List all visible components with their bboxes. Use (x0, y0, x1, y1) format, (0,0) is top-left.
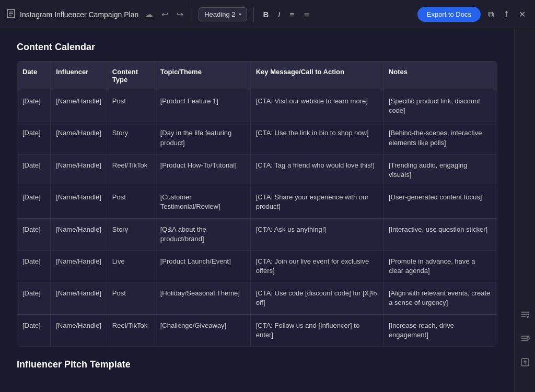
sidebar-icon-1[interactable] (518, 307, 532, 323)
right-sidebar (514, 29, 535, 392)
toolbar-separator-2 (253, 7, 254, 22)
cell-notes: [Trending audio, engaging visuals] (383, 154, 497, 186)
sidebar-icon-3[interactable] (518, 355, 532, 371)
cell-date: [Date] (17, 186, 51, 218)
cell-date: [Date] (17, 154, 51, 186)
table-row: [Date][Name/Handle]Story[Q&A about the p… (17, 218, 497, 250)
cell-date: [Date] (17, 250, 51, 282)
italic-button[interactable]: I (275, 8, 283, 21)
toolbar-left: Instagram Influencer Campaign Plan ☁ ↩ ↪… (6, 7, 413, 22)
cell-influencer: [Name/Handle] (51, 282, 107, 314)
table-row: [Date][Name/Handle]Post[Customer Testimo… (17, 186, 497, 218)
cell-message: [CTA: Follow us and [Influencer] to ente… (250, 314, 383, 346)
col-header-message: Key Message/Call to Action (250, 62, 383, 90)
bold-button[interactable]: B (260, 8, 272, 21)
cell-message: [CTA: Join our live event for exclusive … (250, 250, 383, 282)
editor-area[interactable]: Content Calendar Date Influencer Content… (0, 29, 514, 392)
bottom-section-title: Influencer Pitch Template (17, 359, 497, 370)
cell-topic: [Holiday/Seasonal Theme] (155, 282, 250, 314)
chevron-down-icon: ▾ (239, 11, 241, 17)
cell-notes: [User-generated content focus] (383, 186, 497, 218)
cell-date: [Date] (17, 314, 51, 346)
col-header-influencer: Influencer (51, 62, 107, 90)
cell-influencer: [Name/Handle] (51, 250, 107, 282)
copy-button[interactable]: ⧉ (485, 8, 497, 21)
col-header-date: Date (17, 62, 51, 90)
toolbar-separator (192, 7, 192, 22)
main-content: Content Calendar Date Influencer Content… (0, 29, 535, 392)
cell-message: [CTA: Tag a friend who would love this!] (250, 154, 383, 186)
table-row: [Date][Name/Handle]Live[Product Launch/E… (17, 250, 497, 282)
col-header-notes: Notes (383, 62, 497, 90)
cell-message: [CTA: Ask us anything!] (250, 218, 383, 250)
cell-topic: [Customer Testimonial/Review] (155, 186, 250, 218)
cell-notes: [Promote in advance, have a clear agenda… (383, 250, 497, 282)
section-title: Content Calendar (17, 42, 497, 53)
table-header-row: Date Influencer Content Type Topic/Theme… (17, 62, 497, 90)
col-header-topic: Topic/Theme (155, 62, 250, 90)
bottom-section: Influencer Pitch Template (17, 359, 497, 370)
cell-topic: [Challenge/Giveaway] (155, 314, 250, 346)
cell-date: [Date] (17, 282, 51, 314)
table-row: [Date][Name/Handle]Post[Holiday/Seasonal… (17, 282, 497, 314)
table-row: [Date][Name/Handle]Post[Product Feature … (17, 90, 497, 122)
cell-influencer: [Name/Handle] (51, 218, 107, 250)
table-body: [Date][Name/Handle]Post[Product Feature … (17, 90, 497, 347)
sidebar-icon-2[interactable] (518, 331, 532, 347)
cell-content-type: Post (107, 186, 155, 218)
cell-topic: [Product Feature 1] (155, 90, 250, 122)
cell-content-type: Post (107, 90, 155, 122)
cell-content-type: Post (107, 282, 155, 314)
cell-message: [CTA: Visit our website to learn more] (250, 90, 383, 122)
cell-date: [Date] (17, 218, 51, 250)
cell-influencer: [Name/Handle] (51, 122, 107, 154)
cell-message: [CTA: Share your experience with our pro… (250, 186, 383, 218)
cell-date: [Date] (17, 90, 51, 122)
table-row: [Date][Name/Handle]Story[Day in the life… (17, 122, 497, 154)
cell-notes: [Align with relevant events, create a se… (383, 282, 497, 314)
cell-topic: [Day in the life featuring product] (155, 122, 250, 154)
document-title: Instagram Influencer Campaign Plan (20, 10, 138, 19)
table-row: [Date][Name/Handle]Reel/TikTok[Product H… (17, 154, 497, 186)
cell-content-type: Story (107, 218, 155, 250)
cell-date: [Date] (17, 122, 51, 154)
cell-influencer: [Name/Handle] (51, 90, 107, 122)
cell-influencer: [Name/Handle] (51, 314, 107, 346)
cell-influencer: [Name/Handle] (51, 186, 107, 218)
redo-button[interactable]: ↪ (175, 7, 185, 21)
share-button[interactable]: ⤴ (501, 8, 511, 21)
cell-notes: [Increase reach, drive engagement] (383, 314, 497, 346)
ordered-list-button[interactable]: ≣ (300, 8, 313, 21)
cloud-icon[interactable]: ☁ (143, 7, 155, 21)
close-button[interactable]: ✕ (516, 7, 529, 21)
document-icon (6, 9, 16, 20)
cell-message: [CTA: Use the link in bio to shop now] (250, 122, 383, 154)
cell-message: [CTA: Use code [discount code] for [X]% … (250, 282, 383, 314)
unordered-list-button[interactable]: ≡ (287, 8, 298, 21)
cell-topic: [Product Launch/Event] (155, 250, 250, 282)
cell-influencer: [Name/Handle] (51, 154, 107, 186)
cell-content-type: Story (107, 122, 155, 154)
heading-dropdown[interactable]: Heading 2 ▾ (199, 7, 247, 21)
cell-notes: [Interactive, use question sticker] (383, 218, 497, 250)
cell-notes: [Specific product link, discount code] (383, 90, 497, 122)
content-table: Date Influencer Content Type Topic/Theme… (17, 61, 497, 347)
export-to-docs-button[interactable]: Export to Docs (417, 7, 481, 22)
svg-rect-12 (527, 337, 529, 339)
heading-label: Heading 2 (204, 10, 235, 18)
toolbar: Instagram Influencer Campaign Plan ☁ ↩ ↪… (0, 0, 535, 29)
col-header-content-type: Content Type (107, 62, 155, 90)
undo-button[interactable]: ↩ (159, 7, 170, 21)
cell-topic: [Q&A about the product/brand] (155, 218, 250, 250)
cell-content-type: Reel/TikTok (107, 154, 155, 186)
cell-notes: [Behind-the-scenes, interactive elements… (383, 122, 497, 154)
format-buttons: B I ≡ ≣ (260, 8, 314, 21)
table-row: [Date][Name/Handle]Reel/TikTok[Challenge… (17, 314, 497, 346)
toolbar-right: Export to Docs ⧉ ⤴ ✕ (417, 7, 529, 22)
cell-content-type: Live (107, 250, 155, 282)
cell-topic: [Product How-To/Tutorial] (155, 154, 250, 186)
cell-content-type: Reel/TikTok (107, 314, 155, 346)
